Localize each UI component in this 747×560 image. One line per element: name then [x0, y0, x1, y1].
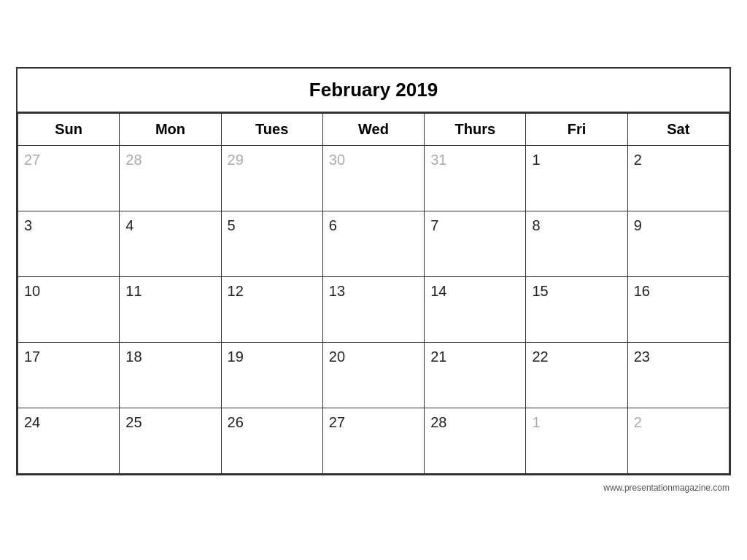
- calendar-week-row: 272829303112: [18, 146, 729, 211]
- weekday-header: Wed: [322, 114, 424, 146]
- weekday-header-row: SunMonTuesWedThursFriSat: [18, 114, 729, 146]
- calendar-day-cell: 19: [221, 343, 322, 408]
- footer-text: www.presentationmagazine.com: [16, 483, 731, 493]
- calendar-day-cell: 16: [627, 277, 729, 343]
- calendar-day-cell: 26: [221, 408, 322, 474]
- calendar-day-cell: 5: [221, 211, 322, 277]
- calendar-day-cell: 23: [627, 343, 729, 408]
- calendar-week-row: 17181920212223: [18, 343, 729, 408]
- calendar-day-cell: 27: [18, 146, 120, 211]
- calendar-day-cell: 20: [322, 343, 424, 408]
- calendar-day-cell: 21: [425, 343, 526, 408]
- calendar-day-cell: 12: [221, 277, 322, 343]
- calendar-week-row: 242526272812: [18, 408, 729, 474]
- calendar-day-cell: 2: [627, 146, 729, 211]
- calendar-day-cell: 22: [526, 343, 627, 408]
- calendar-day-cell: 6: [322, 211, 424, 277]
- calendar-day-cell: 1: [526, 408, 627, 474]
- calendar-week-row: 3456789: [18, 211, 729, 277]
- calendar-day-cell: 18: [120, 343, 221, 408]
- calendar-day-cell: 29: [221, 146, 322, 211]
- calendar-day-cell: 30: [322, 146, 424, 211]
- calendar-day-cell: 28: [120, 146, 221, 211]
- calendar-day-cell: 24: [18, 408, 120, 474]
- calendar-table: SunMonTuesWedThursFriSat 272829303112345…: [18, 113, 729, 474]
- calendar-day-cell: 10: [18, 277, 120, 343]
- weekday-header: Sun: [18, 114, 120, 146]
- calendar-container: February 2019 SunMonTuesWedThursFriSat 2…: [16, 67, 731, 475]
- calendar-day-cell: 7: [425, 211, 526, 277]
- calendar-week-row: 10111213141516: [18, 277, 729, 343]
- weekday-header: Thurs: [425, 114, 526, 146]
- calendar-day-cell: 15: [526, 277, 627, 343]
- calendar-day-cell: 3: [18, 211, 120, 277]
- calendar-day-cell: 17: [18, 343, 120, 408]
- weekday-header: Fri: [526, 114, 627, 146]
- calendar-day-cell: 1: [526, 146, 627, 211]
- calendar-day-cell: 31: [425, 146, 526, 211]
- calendar-day-cell: 13: [322, 277, 424, 343]
- calendar-day-cell: 28: [425, 408, 526, 474]
- calendar-day-cell: 11: [120, 277, 221, 343]
- calendar-day-cell: 25: [120, 408, 221, 474]
- calendar-day-cell: 27: [322, 408, 424, 474]
- calendar-day-cell: 8: [526, 211, 627, 277]
- calendar-day-cell: 14: [425, 277, 526, 343]
- calendar-title: February 2019: [18, 69, 729, 113]
- calendar-day-cell: 9: [627, 211, 729, 277]
- weekday-header: Tues: [221, 114, 322, 146]
- weekday-header: Sat: [627, 114, 729, 146]
- calendar-day-cell: 2: [627, 408, 729, 474]
- calendar-day-cell: 4: [120, 211, 221, 277]
- weekday-header: Mon: [120, 114, 221, 146]
